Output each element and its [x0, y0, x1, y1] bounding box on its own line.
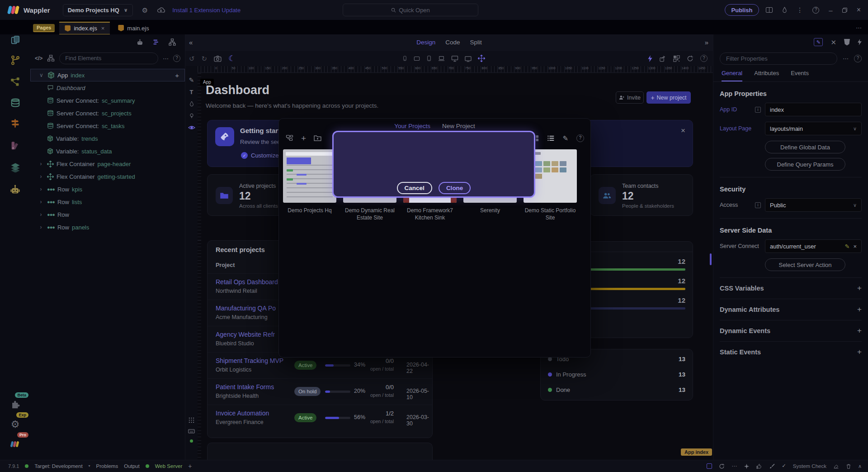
properties-help-icon[interactable]: ? — [854, 55, 862, 62]
tree-item-row-kpis[interactable]: › ●●● Row kpis — [30, 183, 185, 195]
invite-button[interactable]: Invite — [616, 91, 644, 104]
clear-icon[interactable]: × — [853, 243, 857, 250]
add-project-icon[interactable]: + — [301, 134, 306, 143]
add-element-icon[interactable]: + — [175, 72, 179, 79]
flowchart-view-icon[interactable] — [169, 38, 176, 46]
tab-split[interactable]: Split — [470, 39, 482, 46]
publish-button[interactable]: Publish — [725, 4, 759, 16]
edit-mode-pencil-icon[interactable]: ✎ — [814, 38, 823, 46]
grid-dots-icon[interactable] — [189, 417, 194, 423]
tab-design[interactable]: Design — [416, 39, 435, 46]
idea-lamp-icon[interactable] — [189, 113, 194, 119]
dialog-help-icon[interactable]: ? — [576, 134, 584, 142]
more-options-kebab-icon[interactable]: ⋮ — [797, 7, 803, 13]
caret-collapsed-icon[interactable]: › — [38, 186, 44, 192]
more-dots-icon[interactable]: ⋯ — [731, 463, 737, 469]
table-row[interactable]: Invoice Automation Evergreen Finance Act… — [208, 405, 432, 431]
properties-more-icon[interactable]: ⋯ — [843, 56, 849, 62]
project-link[interactable]: Retail Ops Dashboard — [216, 278, 278, 286]
filter-properties-input[interactable]: Filter Properties — [720, 52, 837, 65]
sparkle-icon[interactable] — [744, 463, 750, 469]
table-row[interactable]: Patient Intake Forms Brightside Health O… — [208, 378, 432, 405]
cloud-download-icon[interactable] — [157, 7, 165, 13]
problems-button[interactable]: Problems — [96, 463, 118, 469]
extension-update-link[interactable]: Install 1 Extension Update — [172, 7, 241, 14]
tree-item-sc-tasks[interactable]: Server Connect: sc_tasks — [30, 119, 185, 132]
preview-frame-icon[interactable] — [707, 463, 712, 469]
pages-badge[interactable]: Pages — [33, 24, 55, 32]
dom-structure-icon[interactable] — [47, 55, 55, 62]
explorer-more-icon[interactable]: ⋯ — [163, 56, 169, 62]
close-window-icon[interactable]: × — [857, 6, 861, 14]
web-server-button[interactable]: Web Server — [155, 463, 183, 469]
select-server-action-button[interactable]: Select Server Action — [765, 258, 845, 271]
quick-open-input[interactable]: Quick Open — [343, 4, 478, 16]
access-select[interactable]: Public ∨ — [765, 198, 862, 212]
tab-code[interactable]: Code — [445, 39, 460, 46]
tree-item-flex-page-header[interactable]: › Flex Container page-header — [30, 157, 185, 170]
cut-element-icon[interactable]: ✕ — [830, 39, 836, 46]
minimize-window-icon[interactable]: – — [829, 7, 832, 14]
tree-item-sc-projects[interactable]: Server Connect: sc_projects — [30, 107, 185, 119]
split-view-icon[interactable] — [766, 7, 773, 13]
banner-link[interactable]: Customize t — [251, 152, 282, 159]
project-link[interactable]: Invoice Automation — [216, 410, 269, 417]
restore-window-icon[interactable] — [842, 8, 847, 13]
dismiss-banner-icon[interactable]: × — [681, 127, 685, 134]
app-id-input[interactable]: index — [765, 103, 862, 116]
canvas-scrollbar-thumb[interactable] — [710, 253, 712, 265]
code-view-icon[interactable]: </> — [35, 56, 42, 61]
rail-database-icon[interactable] — [0, 94, 30, 112]
tablet-landscape-icon[interactable] — [413, 56, 420, 62]
tree-item-variable-status-data[interactable]: Variable: status_data — [30, 145, 185, 157]
output-button[interactable]: Output — [124, 463, 140, 469]
define-query-params-button[interactable]: Define Query Params — [765, 158, 845, 171]
list-view-icon[interactable] — [153, 39, 160, 45]
dark-mode-moon-icon[interactable]: ☾ — [228, 55, 235, 62]
info-icon[interactable]: i — [755, 107, 761, 113]
find-elements-input[interactable]: Find Elements — [59, 52, 158, 64]
tree-item-dashboard[interactable]: Dashboard — [30, 81, 185, 94]
section-static-events[interactable]: Static Events + — [720, 342, 862, 362]
undo-icon[interactable]: ↺ — [189, 55, 195, 62]
cancel-button[interactable]: Cancel — [397, 182, 432, 194]
project-link[interactable]: Agency Website Refr — [216, 331, 275, 338]
tree-item-variable-trends[interactable]: Variable: trends — [30, 132, 185, 145]
rail-layers-icon[interactable] — [0, 158, 30, 176]
rail-git-icon[interactable] — [0, 51, 30, 69]
info-icon[interactable]: i — [755, 202, 761, 208]
tv-icon[interactable] — [464, 55, 472, 62]
add-icon[interactable]: + — [857, 348, 862, 357]
tree-item-flex-getting-started[interactable]: › Flex Container getting-started — [30, 170, 185, 183]
redo-icon[interactable]: ↻ — [202, 55, 208, 62]
help-icon[interactable]: ? — [700, 55, 708, 62]
edit-project-icon[interactable]: ✎ — [562, 135, 568, 142]
caret-collapsed-icon[interactable]: › — [38, 173, 44, 180]
define-global-data-button[interactable]: Define Global Data — [765, 141, 845, 153]
responsive-move-icon[interactable] — [478, 55, 485, 62]
tree-item-row[interactable]: › ●●● Row — [30, 208, 185, 221]
refresh-icon[interactable] — [719, 463, 725, 469]
rail-experimental-icon[interactable]: ⚙ Exp — [0, 415, 30, 434]
rail-routes-icon[interactable] — [0, 114, 30, 132]
keyboard-icon[interactable] — [188, 429, 195, 434]
rail-ai-assistant-icon[interactable] — [0, 180, 30, 198]
new-project-button[interactable]: + New project — [646, 91, 691, 104]
rail-pro-icon[interactable]: Pro — [0, 435, 30, 453]
tree-item-app-index[interactable]: ∨ App index + — [30, 69, 185, 81]
tab-main-ejs[interactable]: main.ejs — [113, 22, 154, 34]
tab-general[interactable]: General — [722, 70, 742, 81]
settings-gear-icon[interactable]: ⚙ — [142, 7, 148, 14]
project-link[interactable]: Manufacturing QA Po — [216, 305, 276, 312]
paintbrush-icon[interactable] — [769, 463, 775, 469]
laptop-icon[interactable] — [438, 55, 445, 62]
preview-eye-icon[interactable] — [188, 125, 195, 130]
eraser-icon[interactable] — [833, 463, 839, 469]
add-icon[interactable]: + — [857, 305, 862, 314]
tab-index-ejs[interactable]: index.ejs × — [59, 22, 110, 34]
add-folder-icon[interactable] — [314, 135, 321, 141]
add-icon[interactable]: + — [857, 326, 862, 335]
explorer-help-icon[interactable]: ? — [173, 55, 180, 62]
theme-droplet-icon[interactable] — [782, 7, 787, 13]
project-link[interactable]: Shipment Tracking MVP — [216, 357, 283, 364]
